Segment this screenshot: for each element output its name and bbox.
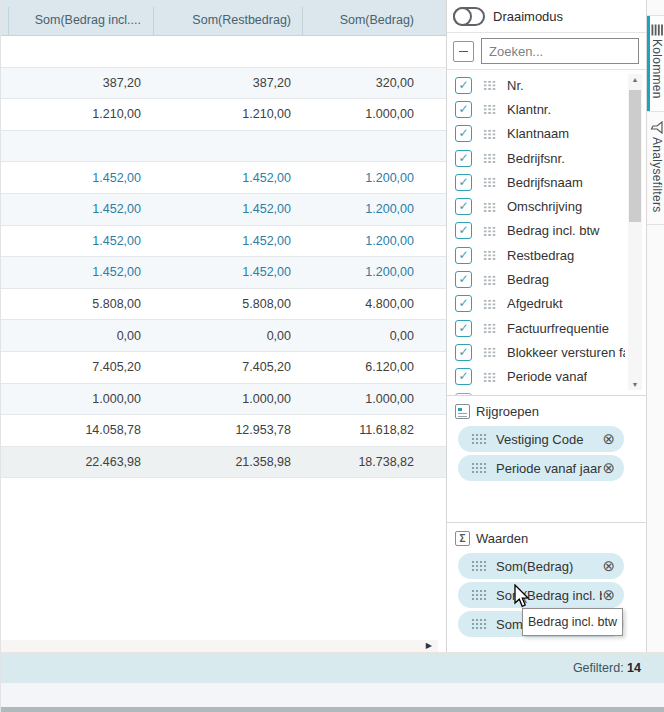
column-header[interactable]: Som(Restbedrag) xyxy=(153,7,302,35)
field-checkbox[interactable]: ✓ xyxy=(455,101,472,118)
field-checkbox[interactable]: ✓ xyxy=(455,247,472,264)
table-cell: 21.358,98 xyxy=(153,455,302,469)
search-input[interactable] xyxy=(481,38,639,64)
table-cell: 0,00 xyxy=(1,329,153,343)
table-row[interactable]: 1.452,001.452,001.200,00 xyxy=(1,162,446,194)
table-row[interactable]: 1.210,001.210,001.000,00 xyxy=(1,99,446,131)
table-row[interactable]: 1.452,001.452,001.200,00 xyxy=(1,257,446,289)
drag-handle-icon[interactable] xyxy=(483,299,497,309)
remove-icon[interactable]: ⊗ xyxy=(602,431,615,447)
tab-analysefilters[interactable]: Analysefilters xyxy=(647,113,664,225)
field-list-item[interactable]: Periode vanaf jaar xyxy=(447,389,646,396)
drag-handle-icon[interactable] xyxy=(471,589,486,601)
remove-icon[interactable]: ⊗ xyxy=(602,460,615,476)
row-groups-header: Rijgroepen xyxy=(447,396,646,424)
drag-handle-icon[interactable] xyxy=(483,129,497,139)
grid-header-stub xyxy=(1,7,9,35)
field-list-item[interactable]: ✓Restbedrag xyxy=(447,243,646,267)
field-list-item[interactable]: ✓Factuurfrequentie xyxy=(447,316,646,340)
field-checkbox[interactable]: ✓ xyxy=(455,344,472,361)
field-checkbox[interactable]: ✓ xyxy=(455,222,472,239)
field-checkbox[interactable]: ✓ xyxy=(455,174,472,191)
table-row[interactable] xyxy=(1,36,446,68)
bottom-edge-bar xyxy=(1,707,664,712)
drag-handle-icon[interactable] xyxy=(483,372,497,382)
field-checkbox[interactable]: ✓ xyxy=(455,271,472,288)
row-groups-title: Rijgroepen xyxy=(476,404,539,419)
field-checkbox[interactable]: ✓ xyxy=(455,295,472,312)
pivot-mode-toggle[interactable] xyxy=(453,7,485,26)
side-tabstrip: Kolommen Analysefilters xyxy=(646,0,664,652)
field-checkbox[interactable]: ✓ xyxy=(455,150,472,167)
field-list-scrollbar[interactable]: ▲ ▼ xyxy=(628,74,642,390)
field-list-item[interactable]: ✓Periode vanaf xyxy=(447,365,646,389)
table-row[interactable]: 5.808,005.808,004.800,00 xyxy=(1,289,446,321)
sigma-icon: Σ xyxy=(455,531,470,546)
table-cell: 1.000,00 xyxy=(302,107,446,121)
field-checkbox[interactable]: ✓ xyxy=(455,125,472,142)
pivot-chip[interactable]: Vestiging Code⊗ xyxy=(458,426,624,452)
select-all-checkbox[interactable] xyxy=(453,41,474,62)
horizontal-scrollbar[interactable]: ▶ xyxy=(1,640,438,652)
field-list-item[interactable]: ✓Omschrijving xyxy=(447,194,646,218)
table-row[interactable]: 1.452,001.452,001.200,00 xyxy=(1,226,446,258)
scroll-right-arrow[interactable]: ▶ xyxy=(426,641,432,651)
field-list-item[interactable]: ✓Bedrijfsnr. xyxy=(447,146,646,170)
drag-handle-icon[interactable] xyxy=(483,323,497,333)
pivot-chip[interactable]: Som(Bedrag incl. bt...⊗ xyxy=(458,582,624,608)
drag-handle-icon[interactable] xyxy=(483,202,497,212)
field-list-item[interactable]: ✓Bedrag incl. btw xyxy=(447,219,646,243)
field-search-row xyxy=(447,33,646,70)
tab-kolommen[interactable]: Kolommen xyxy=(647,15,664,112)
field-checkbox[interactable]: ✓ xyxy=(455,77,472,94)
remove-icon[interactable]: ⊗ xyxy=(602,587,615,603)
field-list-item[interactable]: ✓Bedrijfsnaam xyxy=(447,170,646,194)
drag-handle-icon[interactable] xyxy=(471,560,486,572)
field-list-item[interactable]: ✓Nr. xyxy=(447,73,646,97)
scrollbar-thumb[interactable] xyxy=(629,90,641,222)
drag-handle-icon[interactable] xyxy=(483,250,497,260)
field-list-item[interactable]: ✓Bedrag xyxy=(447,267,646,291)
table-row[interactable]: 0,000,000,00 xyxy=(1,320,446,352)
drag-handle-icon[interactable] xyxy=(483,226,497,236)
table-cell: 1.000,00 xyxy=(153,392,302,406)
field-list-item[interactable]: ✓Blokkeer versturen factu xyxy=(447,340,646,364)
scroll-up-arrow[interactable]: ▲ xyxy=(628,76,642,83)
drag-handle-icon[interactable] xyxy=(483,347,497,357)
table-cell: 1.452,00 xyxy=(1,171,153,185)
pivot-config-panel: Draaimodus ▲ ▼ ✓Nr.✓Klantnr.✓Klantnaam✓B… xyxy=(446,0,646,652)
field-label: Bedrag xyxy=(507,272,549,287)
field-checkbox[interactable]: ✓ xyxy=(455,320,472,337)
field-label: Bedrag incl. btw xyxy=(507,223,600,238)
remove-icon[interactable]: ⊗ xyxy=(602,558,615,574)
pivot-chip[interactable]: Som(Bedrag)⊗ xyxy=(458,553,624,579)
field-list-item[interactable]: ✓Klantnaam xyxy=(447,122,646,146)
grid-body: 387,20387,20320,001.210,001.210,001.000,… xyxy=(1,36,446,478)
drag-handle-icon[interactable] xyxy=(471,462,486,474)
column-header[interactable]: Som(Bedrag) xyxy=(302,7,446,35)
field-list-item[interactable]: ✓Klantnr. xyxy=(447,97,646,121)
table-row[interactable]: 14.058,7812.953,7811.618,82 xyxy=(1,415,446,447)
table-cell: 7.405,20 xyxy=(153,360,302,374)
table-row[interactable] xyxy=(1,131,446,163)
drag-handle-icon[interactable] xyxy=(471,618,486,630)
field-checkbox[interactable]: ✓ xyxy=(455,198,472,215)
drag-handle-icon[interactable] xyxy=(483,275,497,285)
table-row[interactable]: 22.463,9821.358,9818.738,82 xyxy=(1,447,446,479)
row-groups-icon xyxy=(455,404,470,419)
field-list-item[interactable]: ✓Afgedrukt xyxy=(447,292,646,316)
drag-handle-icon[interactable] xyxy=(483,177,497,187)
column-header[interactable]: Som(Bedrag incl.... xyxy=(9,7,153,35)
table-cell: 1.452,00 xyxy=(1,265,153,279)
field-checkbox[interactable]: ✓ xyxy=(455,368,472,385)
table-row[interactable]: 387,20387,20320,00 xyxy=(1,68,446,100)
scroll-down-arrow[interactable]: ▼ xyxy=(628,381,642,388)
pivot-chip[interactable]: Periode vanaf jaar⊗ xyxy=(458,455,624,481)
drag-handle-icon[interactable] xyxy=(483,104,497,114)
drag-handle-icon[interactable] xyxy=(483,153,497,163)
table-row[interactable]: 1.452,001.452,001.200,00 xyxy=(1,194,446,226)
table-row[interactable]: 1.000,001.000,001.000,00 xyxy=(1,384,446,416)
drag-handle-icon[interactable] xyxy=(471,433,486,445)
table-row[interactable]: 7.405,207.405,206.120,00 xyxy=(1,352,446,384)
drag-handle-icon[interactable] xyxy=(483,80,497,90)
